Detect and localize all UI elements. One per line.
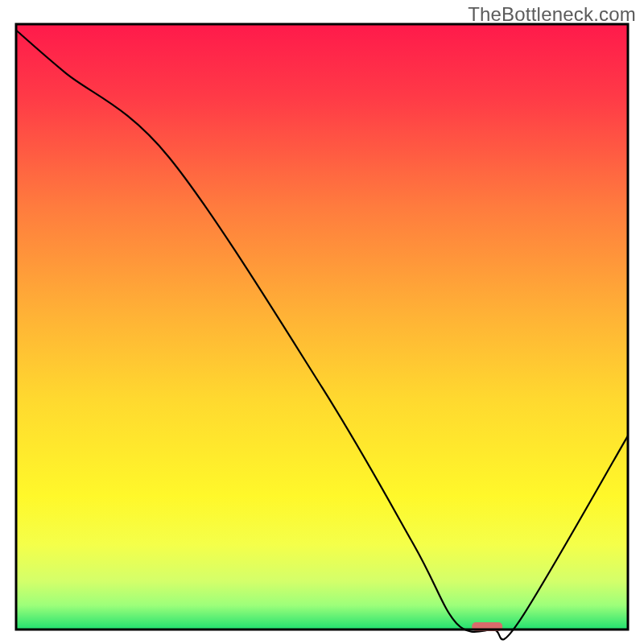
watermark-text: TheBottleneck.com <box>468 3 636 26</box>
bottleneck-chart <box>0 0 644 644</box>
chart-container: TheBottleneck.com <box>0 0 644 644</box>
chart-background <box>16 24 628 630</box>
